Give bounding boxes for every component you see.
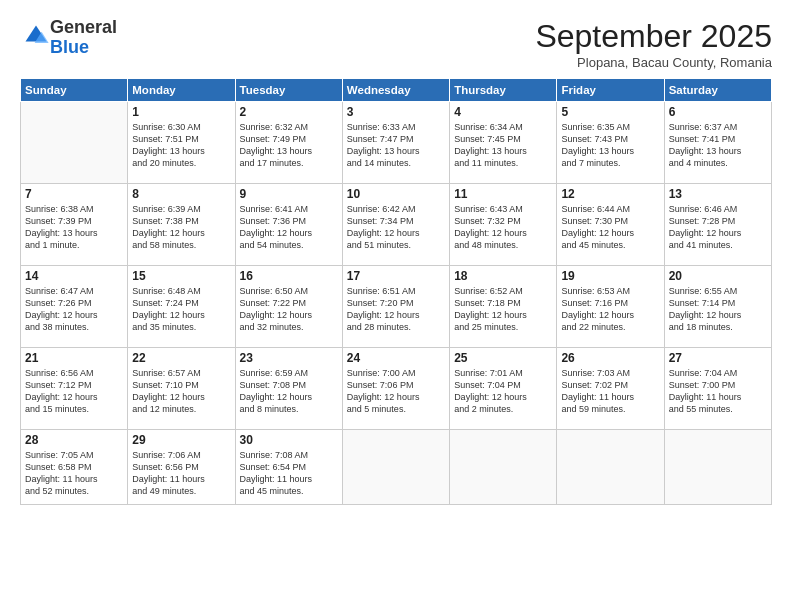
calendar-cell: 8Sunrise: 6:39 AMSunset: 7:38 PMDaylight… [128,184,235,266]
day-number: 13 [669,187,767,201]
day-number: 25 [454,351,552,365]
cell-content: Sunrise: 6:46 AMSunset: 7:28 PMDaylight:… [669,203,767,252]
day-number: 17 [347,269,445,283]
calendar-cell: 29Sunrise: 7:06 AMSunset: 6:56 PMDayligh… [128,430,235,505]
calendar-cell [21,102,128,184]
day-number: 21 [25,351,123,365]
cell-content: Sunrise: 7:01 AMSunset: 7:04 PMDaylight:… [454,367,552,416]
day-number: 7 [25,187,123,201]
cell-content: Sunrise: 6:33 AMSunset: 7:47 PMDaylight:… [347,121,445,170]
calendar-day-header: Thursday [450,79,557,102]
cell-content: Sunrise: 6:38 AMSunset: 7:39 PMDaylight:… [25,203,123,252]
cell-content: Sunrise: 6:52 AMSunset: 7:18 PMDaylight:… [454,285,552,334]
cell-content: Sunrise: 6:43 AMSunset: 7:32 PMDaylight:… [454,203,552,252]
calendar-cell: 22Sunrise: 6:57 AMSunset: 7:10 PMDayligh… [128,348,235,430]
calendar-cell: 15Sunrise: 6:48 AMSunset: 7:24 PMDayligh… [128,266,235,348]
calendar-cell: 26Sunrise: 7:03 AMSunset: 7:02 PMDayligh… [557,348,664,430]
calendar-cell: 28Sunrise: 7:05 AMSunset: 6:58 PMDayligh… [21,430,128,505]
calendar-cell [557,430,664,505]
day-number: 22 [132,351,230,365]
calendar-week-row: 21Sunrise: 6:56 AMSunset: 7:12 PMDayligh… [21,348,772,430]
calendar-cell: 23Sunrise: 6:59 AMSunset: 7:08 PMDayligh… [235,348,342,430]
cell-content: Sunrise: 7:08 AMSunset: 6:54 PMDaylight:… [240,449,338,498]
day-number: 14 [25,269,123,283]
day-number: 18 [454,269,552,283]
cell-content: Sunrise: 6:47 AMSunset: 7:26 PMDaylight:… [25,285,123,334]
calendar-week-row: 1Sunrise: 6:30 AMSunset: 7:51 PMDaylight… [21,102,772,184]
cell-content: Sunrise: 7:05 AMSunset: 6:58 PMDaylight:… [25,449,123,498]
calendar-cell [664,430,771,505]
cell-content: Sunrise: 6:37 AMSunset: 7:41 PMDaylight:… [669,121,767,170]
day-number: 26 [561,351,659,365]
day-number: 3 [347,105,445,119]
calendar-cell: 25Sunrise: 7:01 AMSunset: 7:04 PMDayligh… [450,348,557,430]
cell-content: Sunrise: 6:39 AMSunset: 7:38 PMDaylight:… [132,203,230,252]
cell-content: Sunrise: 6:44 AMSunset: 7:30 PMDaylight:… [561,203,659,252]
calendar-cell [450,430,557,505]
cell-content: Sunrise: 6:50 AMSunset: 7:22 PMDaylight:… [240,285,338,334]
logo-general: General [50,17,117,37]
cell-content: Sunrise: 6:30 AMSunset: 7:51 PMDaylight:… [132,121,230,170]
day-number: 12 [561,187,659,201]
logo-icon [22,22,50,50]
day-number: 27 [669,351,767,365]
cell-content: Sunrise: 6:42 AMSunset: 7:34 PMDaylight:… [347,203,445,252]
calendar-cell: 9Sunrise: 6:41 AMSunset: 7:36 PMDaylight… [235,184,342,266]
header: General Blue September 2025 Plopana, Bac… [20,18,772,70]
cell-content: Sunrise: 6:32 AMSunset: 7:49 PMDaylight:… [240,121,338,170]
cell-content: Sunrise: 7:03 AMSunset: 7:02 PMDaylight:… [561,367,659,416]
logo: General Blue [20,18,117,58]
calendar-cell: 5Sunrise: 6:35 AMSunset: 7:43 PMDaylight… [557,102,664,184]
day-number: 4 [454,105,552,119]
calendar-cell: 18Sunrise: 6:52 AMSunset: 7:18 PMDayligh… [450,266,557,348]
day-number: 5 [561,105,659,119]
subtitle: Plopana, Bacau County, Romania [535,55,772,70]
calendar-cell: 2Sunrise: 6:32 AMSunset: 7:49 PMDaylight… [235,102,342,184]
day-number: 29 [132,433,230,447]
calendar-cell: 3Sunrise: 6:33 AMSunset: 7:47 PMDaylight… [342,102,449,184]
calendar-cell [342,430,449,505]
cell-content: Sunrise: 6:57 AMSunset: 7:10 PMDaylight:… [132,367,230,416]
cell-content: Sunrise: 6:35 AMSunset: 7:43 PMDaylight:… [561,121,659,170]
cell-content: Sunrise: 6:34 AMSunset: 7:45 PMDaylight:… [454,121,552,170]
calendar-cell: 30Sunrise: 7:08 AMSunset: 6:54 PMDayligh… [235,430,342,505]
cell-content: Sunrise: 6:56 AMSunset: 7:12 PMDaylight:… [25,367,123,416]
calendar-cell: 7Sunrise: 6:38 AMSunset: 7:39 PMDaylight… [21,184,128,266]
calendar-cell: 14Sunrise: 6:47 AMSunset: 7:26 PMDayligh… [21,266,128,348]
cell-content: Sunrise: 7:00 AMSunset: 7:06 PMDaylight:… [347,367,445,416]
calendar-cell: 6Sunrise: 6:37 AMSunset: 7:41 PMDaylight… [664,102,771,184]
calendar-day-header: Wednesday [342,79,449,102]
calendar-week-row: 14Sunrise: 6:47 AMSunset: 7:26 PMDayligh… [21,266,772,348]
calendar-cell: 20Sunrise: 6:55 AMSunset: 7:14 PMDayligh… [664,266,771,348]
calendar-cell: 13Sunrise: 6:46 AMSunset: 7:28 PMDayligh… [664,184,771,266]
calendar-week-row: 28Sunrise: 7:05 AMSunset: 6:58 PMDayligh… [21,430,772,505]
calendar-cell: 17Sunrise: 6:51 AMSunset: 7:20 PMDayligh… [342,266,449,348]
day-number: 19 [561,269,659,283]
calendar-day-header: Friday [557,79,664,102]
cell-content: Sunrise: 6:53 AMSunset: 7:16 PMDaylight:… [561,285,659,334]
day-number: 28 [25,433,123,447]
page: General Blue September 2025 Plopana, Bac… [0,0,792,612]
day-number: 16 [240,269,338,283]
calendar-cell: 24Sunrise: 7:00 AMSunset: 7:06 PMDayligh… [342,348,449,430]
logo-blue: Blue [50,37,89,57]
calendar-cell: 4Sunrise: 6:34 AMSunset: 7:45 PMDaylight… [450,102,557,184]
day-number: 1 [132,105,230,119]
title-block: September 2025 Plopana, Bacau County, Ro… [535,18,772,70]
cell-content: Sunrise: 6:41 AMSunset: 7:36 PMDaylight:… [240,203,338,252]
day-number: 8 [132,187,230,201]
cell-content: Sunrise: 6:59 AMSunset: 7:08 PMDaylight:… [240,367,338,416]
calendar-table: SundayMondayTuesdayWednesdayThursdayFrid… [20,78,772,505]
cell-content: Sunrise: 6:48 AMSunset: 7:24 PMDaylight:… [132,285,230,334]
calendar-day-header: Monday [128,79,235,102]
calendar-week-row: 7Sunrise: 6:38 AMSunset: 7:39 PMDaylight… [21,184,772,266]
calendar-cell: 11Sunrise: 6:43 AMSunset: 7:32 PMDayligh… [450,184,557,266]
calendar-cell: 21Sunrise: 6:56 AMSunset: 7:12 PMDayligh… [21,348,128,430]
calendar-cell: 19Sunrise: 6:53 AMSunset: 7:16 PMDayligh… [557,266,664,348]
calendar-cell: 10Sunrise: 6:42 AMSunset: 7:34 PMDayligh… [342,184,449,266]
cell-content: Sunrise: 6:51 AMSunset: 7:20 PMDaylight:… [347,285,445,334]
calendar-cell: 27Sunrise: 7:04 AMSunset: 7:00 PMDayligh… [664,348,771,430]
calendar-cell: 16Sunrise: 6:50 AMSunset: 7:22 PMDayligh… [235,266,342,348]
day-number: 6 [669,105,767,119]
calendar-cell: 12Sunrise: 6:44 AMSunset: 7:30 PMDayligh… [557,184,664,266]
